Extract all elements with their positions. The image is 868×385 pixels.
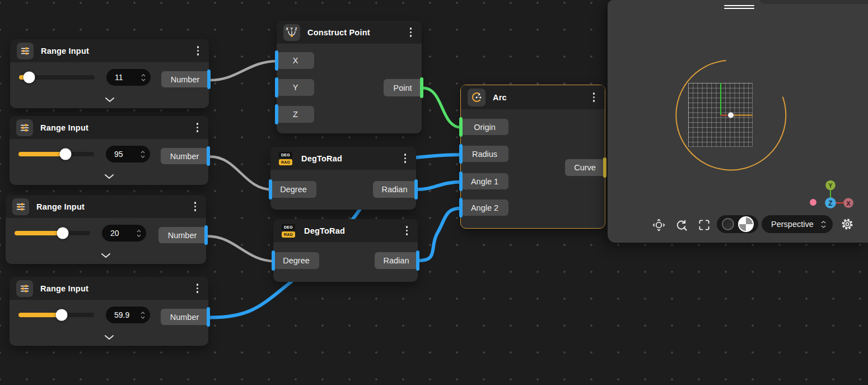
- output-pin[interactable]: [603, 157, 606, 178]
- node-header[interactable]: Arc: [461, 85, 605, 109]
- collapse-chevron-icon[interactable]: [97, 248, 115, 262]
- wire-range1-to-x[interactable]: [211, 61, 278, 80]
- output-socket-point[interactable]: Point: [384, 79, 422, 96]
- output-socket-radian[interactable]: Radian: [373, 181, 416, 198]
- stepper-value[interactable]: 59.9: [114, 310, 141, 319]
- stepper-value[interactable]: 11: [115, 73, 141, 82]
- input-pin[interactable]: [459, 171, 463, 191]
- node-editor-canvas[interactable]: Range Input 11 Number: [0, 0, 868, 385]
- collapse-chevron-icon[interactable]: [100, 330, 118, 344]
- wire-radian1-to-angle1[interactable]: [417, 182, 461, 190]
- degtorad-node-1[interactable]: DEG RAD DegToRad Degree Radian: [270, 147, 416, 210]
- input-socket-z[interactable]: Z: [277, 106, 314, 123]
- output-pin[interactable]: [204, 225, 208, 245]
- viewport-settings-button[interactable]: [839, 216, 856, 233]
- stepper-up-icon[interactable]: [141, 312, 145, 314]
- range-slider[interactable]: [18, 152, 94, 156]
- zoom-reset-button[interactable]: [673, 216, 689, 233]
- slider-thumb[interactable]: [57, 228, 69, 239]
- input-pin[interactable]: [459, 198, 463, 217]
- range-slider[interactable]: [15, 231, 90, 235]
- range-input-node-3[interactable]: Range Input 20 Number: [6, 195, 206, 264]
- input-socket-angle1[interactable]: Angle 1: [461, 173, 508, 189]
- construct-point-node[interactable]: X Y Z Construct Point X Y Z Point: [277, 21, 422, 133]
- range-slider[interactable]: [19, 75, 95, 80]
- node-header[interactable]: DEG RAD DegToRad: [273, 219, 418, 242]
- wire-range2-to-degree1[interactable]: [210, 157, 272, 190]
- shaded-sphere-icon[interactable]: [738, 216, 754, 232]
- input-socket-x[interactable]: X: [277, 52, 314, 69]
- wireframe-sphere-icon[interactable]: [722, 218, 734, 230]
- output-pin[interactable]: [414, 179, 418, 200]
- node-menu-kebab-icon[interactable]: [401, 151, 410, 166]
- range-input-node-4[interactable]: Range Input 59.9 Number: [10, 277, 208, 346]
- range-input-node-2[interactable]: Range Input 95 Number: [10, 116, 208, 185]
- stepper-up-icon[interactable]: [141, 74, 146, 77]
- node-menu-kebab-icon[interactable]: [193, 281, 202, 296]
- output-socket-curve[interactable]: Curve: [565, 159, 605, 176]
- stepper-down-icon[interactable]: [141, 78, 146, 81]
- pan-zoom-tool-button[interactable]: [650, 216, 667, 233]
- wire-radian2-to-angle2[interactable]: [419, 208, 461, 261]
- node-menu-kebab-icon[interactable]: [403, 223, 412, 238]
- stepper-up-icon[interactable]: [137, 230, 141, 233]
- slider-thumb[interactable]: [23, 72, 35, 84]
- input-socket-radius[interactable]: Radius: [461, 146, 508, 162]
- input-pin[interactable]: [459, 117, 463, 137]
- output-socket-number[interactable]: Number: [158, 227, 206, 243]
- axis-gizmo[interactable]: Y Z X: [810, 180, 853, 208]
- output-pin[interactable]: [416, 251, 419, 271]
- value-stepper[interactable]: 59.9: [106, 307, 150, 323]
- fullscreen-button[interactable]: [696, 216, 712, 233]
- output-socket-number[interactable]: Number: [161, 309, 208, 325]
- stepper-up-icon[interactable]: [141, 151, 145, 154]
- stepper-down-icon[interactable]: [141, 155, 145, 158]
- output-socket-radian[interactable]: Radian: [375, 252, 418, 269]
- node-header[interactable]: DEG RAD DegToRad: [270, 147, 416, 170]
- value-stepper[interactable]: 11: [106, 69, 151, 86]
- input-socket-degree[interactable]: Degree: [270, 181, 316, 198]
- value-stepper[interactable]: 95: [106, 146, 150, 163]
- projection-dropdown[interactable]: Perspective: [762, 215, 833, 233]
- stepper-down-icon[interactable]: [141, 316, 145, 319]
- input-socket-angle2[interactable]: Angle 2: [461, 200, 508, 216]
- output-pin[interactable]: [420, 77, 423, 98]
- input-socket-y[interactable]: Y: [277, 79, 314, 96]
- range-slider[interactable]: [18, 313, 94, 317]
- degtorad-node-2[interactable]: DEG RAD DegToRad Degree Radian: [273, 219, 418, 282]
- arc-node[interactable]: Arc Origin Radius Angle 1 Angle 2 Curve: [460, 85, 605, 229]
- shading-toggle[interactable]: [717, 215, 758, 233]
- stepper-value[interactable]: 20: [110, 229, 137, 238]
- node-header[interactable]: Range Input: [10, 39, 209, 62]
- viewport-panel[interactable]: Y Z X Perspective: [608, 0, 868, 243]
- node-header[interactable]: Range Input: [10, 116, 208, 139]
- collapse-chevron-icon[interactable]: [100, 169, 118, 183]
- node-menu-kebab-icon[interactable]: [590, 90, 599, 105]
- node-menu-kebab-icon[interactable]: [193, 120, 202, 135]
- output-socket-number[interactable]: Number: [161, 71, 209, 87]
- input-socket-origin[interactable]: Origin: [461, 119, 508, 135]
- input-pin[interactable]: [275, 104, 278, 124]
- stepper-down-icon[interactable]: [137, 234, 141, 237]
- node-menu-kebab-icon[interactable]: [407, 25, 416, 40]
- wire-range3-to-degree2[interactable]: [208, 236, 274, 262]
- input-pin[interactable]: [269, 179, 272, 200]
- input-pin[interactable]: [275, 77, 278, 98]
- wire-point-to-origin[interactable]: [423, 88, 461, 128]
- gizmo-negx-dot[interactable]: [810, 199, 816, 206]
- output-pin[interactable]: [207, 69, 211, 89]
- slider-thumb[interactable]: [59, 149, 71, 160]
- node-header[interactable]: Range Input: [6, 195, 206, 218]
- node-header[interactable]: X Y Z Construct Point: [277, 21, 422, 44]
- node-menu-kebab-icon[interactable]: [194, 43, 203, 58]
- node-menu-kebab-icon[interactable]: [191, 199, 200, 214]
- stepper-value[interactable]: 95: [114, 150, 141, 159]
- output-pin[interactable]: [207, 146, 210, 166]
- input-socket-degree[interactable]: Degree: [273, 252, 319, 269]
- output-pin[interactable]: [207, 307, 210, 327]
- value-stepper[interactable]: 20: [102, 225, 146, 242]
- input-pin[interactable]: [459, 144, 463, 164]
- output-socket-number[interactable]: Number: [161, 148, 208, 164]
- range-input-node-1[interactable]: Range Input 11 Number: [10, 39, 209, 108]
- input-pin[interactable]: [272, 251, 275, 271]
